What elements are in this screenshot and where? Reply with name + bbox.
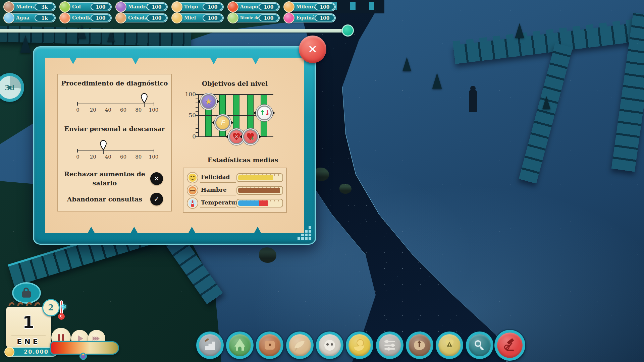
poppy-icon bbox=[227, 1, 238, 12]
health-gain-goal[interactable]: ♥+ bbox=[243, 129, 258, 144]
diagnostic-slider-track[interactable] bbox=[77, 104, 154, 104]
resource-bar-row-2: Agua1kCebolla100Cebada100Miel100Diente d… bbox=[5, 13, 341, 22]
slider-group-rest: Enviar personal a descansar 020406080100 bbox=[58, 125, 171, 133]
fast-forward-icon bbox=[94, 336, 100, 341]
slider-scale: 020406080100 bbox=[72, 154, 159, 160]
check-icon: ✓ bbox=[154, 195, 160, 203]
slider-title: Enviar personal a descansar bbox=[58, 125, 171, 133]
resource-value: 100 bbox=[315, 14, 335, 21]
toolbar-staff-button[interactable] bbox=[286, 331, 314, 359]
day-progress-bar bbox=[0, 29, 349, 33]
stat-label: Hambre bbox=[201, 186, 227, 193]
stat-row-hambre: Hambre bbox=[187, 184, 283, 197]
tick-label: 40 bbox=[102, 154, 114, 160]
staff-policy-dialog: Procedimiento de diagnóstico 02040608010… bbox=[33, 46, 316, 245]
toolbar-inspect-button[interactable] bbox=[466, 331, 493, 359]
wood-icon bbox=[3, 1, 14, 12]
slider-scale: 020406080100 bbox=[72, 107, 159, 113]
tick-label: 20 bbox=[87, 107, 99, 113]
cabbage-icon bbox=[59, 1, 70, 12]
resource-echinacea: Equinácea100 bbox=[285, 13, 336, 22]
resize-handle-icon[interactable] bbox=[297, 226, 312, 241]
terrain-icon bbox=[204, 339, 216, 351]
calendar-month: ENE bbox=[6, 338, 51, 346]
temperature-icon bbox=[187, 197, 198, 209]
resource-value: 3k bbox=[35, 3, 55, 10]
resource-value: 100 bbox=[91, 3, 111, 10]
stats-title: Estadísticas medias bbox=[193, 156, 293, 164]
map-icon bbox=[414, 339, 426, 351]
money-goal[interactable]: F bbox=[215, 115, 230, 130]
policy-panel: Procedimiento de diagnóstico 02040608010… bbox=[57, 74, 172, 212]
alerts-icon: ♥ bbox=[443, 339, 455, 351]
toolbar-terrain-button[interactable] bbox=[196, 331, 224, 359]
resource-cabbage: Col100 bbox=[61, 2, 112, 11]
snowflake-icon: ❄ bbox=[60, 302, 67, 312]
tick-label: 60 bbox=[118, 107, 129, 113]
rest-slider-track[interactable] bbox=[77, 150, 154, 151]
resource-value: 100 bbox=[259, 3, 279, 10]
pause-icon bbox=[58, 334, 64, 341]
resource-barley: Cebada100 bbox=[117, 13, 168, 22]
x-icon: ✕ bbox=[154, 175, 160, 183]
chart-tick-label: 100 bbox=[180, 91, 196, 98]
game-screen: Madera3kCol100Mandrágora100Trigo100Amapo… bbox=[0, 0, 644, 362]
tick-label: 80 bbox=[133, 107, 144, 113]
tick-label: 60 bbox=[118, 154, 129, 160]
resource-bar-row-1: Madera3kCol100Mandrágora100Trigo100Amapo… bbox=[5, 2, 341, 11]
day-progress-knob[interactable] bbox=[342, 24, 354, 37]
toolbar-map-button[interactable] bbox=[406, 331, 433, 359]
tick-label: 100 bbox=[148, 154, 159, 160]
resource-value: 100 bbox=[203, 3, 223, 10]
tick-label: 40 bbox=[102, 107, 114, 113]
resource-water: Agua1k bbox=[5, 13, 56, 22]
fortress-wall bbox=[453, 22, 644, 64]
average-stats-panel: FelicidadHambreTemperatura bbox=[183, 168, 287, 213]
chart-tick-label: 50 bbox=[180, 112, 196, 119]
star-goal[interactable]: ★ bbox=[201, 94, 216, 109]
resource-mandrake: Mandrágora100 bbox=[117, 2, 168, 11]
toolbar-villagers-button[interactable] bbox=[316, 331, 343, 359]
money-display: 20.000 bbox=[5, 347, 58, 357]
stat-bar bbox=[236, 173, 283, 182]
lock-button[interactable] bbox=[12, 282, 41, 304]
resource-name: Madera bbox=[16, 4, 36, 9]
resource-value: 100 bbox=[147, 14, 167, 21]
tick-label: 0 bbox=[72, 107, 84, 113]
tick-label: 100 bbox=[148, 107, 159, 113]
event-count-badge: 2 bbox=[42, 299, 60, 316]
dandelion-icon bbox=[227, 12, 238, 23]
toolbar-furniture-button[interactable] bbox=[256, 331, 283, 359]
close-button[interactable]: ✕ bbox=[299, 36, 326, 63]
rest-slider-pin[interactable] bbox=[100, 140, 107, 150]
yarrow-icon bbox=[283, 1, 294, 12]
diagnostic-slider-pin[interactable] bbox=[141, 93, 148, 103]
toggle-off-button[interactable]: ✕ bbox=[150, 172, 163, 185]
happiness-icon bbox=[187, 172, 198, 183]
toolbar-priorities-button[interactable] bbox=[376, 331, 404, 359]
resource-name: Miel bbox=[184, 15, 196, 20]
toggle-label: Abandonar consultas bbox=[63, 193, 146, 204]
stat-bar bbox=[236, 199, 283, 207]
coin-icon bbox=[4, 347, 14, 357]
toolbar-buildings-button[interactable] bbox=[226, 331, 254, 359]
day-length-clock[interactable]: 3d bbox=[0, 73, 24, 102]
stat-label: Temperatura bbox=[201, 199, 242, 206]
slider-group-diagnostic: Procedimiento de diagnóstico 02040608010… bbox=[58, 79, 171, 87]
echinacea-icon bbox=[283, 12, 294, 23]
toolbar-demolish-button[interactable] bbox=[494, 330, 525, 361]
hunger-icon bbox=[187, 185, 198, 196]
tick-label: 0 bbox=[72, 154, 84, 160]
toolbar-economy-button[interactable] bbox=[346, 331, 373, 359]
inspect-icon bbox=[474, 339, 486, 351]
gradient-bar-marker: ★ bbox=[79, 352, 87, 360]
resource-value: 100 bbox=[91, 14, 111, 21]
furniture-icon bbox=[264, 339, 276, 351]
toggle-on-button[interactable]: ✓ bbox=[150, 193, 163, 205]
toolbar-alerts-button[interactable]: ♥ bbox=[436, 331, 463, 359]
economy-icon bbox=[354, 339, 366, 351]
calendar-day: 1 bbox=[6, 313, 51, 332]
resource-value: 100 bbox=[147, 3, 167, 10]
staff-flow-goal[interactable]: ↑↓ bbox=[257, 106, 272, 120]
wheat-icon bbox=[171, 1, 182, 12]
